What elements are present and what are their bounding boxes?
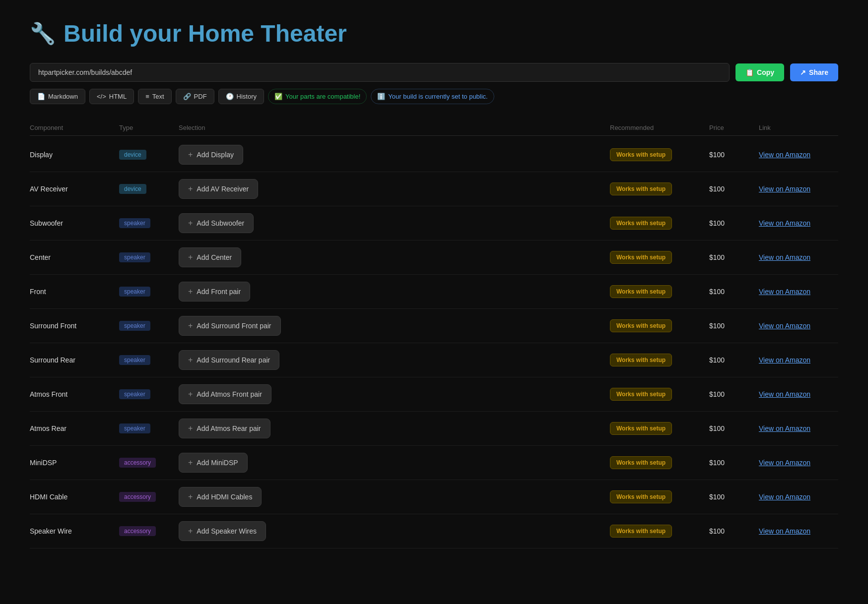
amazon-link-1[interactable]: View on Amazon <box>759 185 810 193</box>
add-minidsp-button[interactable]: + Add MiniDSP <box>179 453 248 473</box>
price-cell-10: $100 <box>709 493 759 501</box>
amazon-link-11[interactable]: View on Amazon <box>759 527 810 535</box>
share-button[interactable]: ↗ Share <box>790 63 838 81</box>
compatibility-status: ✅ Your parts are compatible! <box>268 89 367 104</box>
component-name-4: Front <box>30 288 119 296</box>
link-cell-11: View on Amazon <box>759 527 838 536</box>
price-cell-8: $100 <box>709 424 759 432</box>
table-row: Center speaker + Add Center Works with s… <box>30 241 838 275</box>
price-cell-0: $100 <box>709 151 759 159</box>
selection-cell-2: + Add Subwoofer <box>179 213 610 233</box>
link-cell-8: View on Amazon <box>759 424 838 433</box>
type-badge-0: device <box>119 150 179 160</box>
recommended-badge-7: Works with setup <box>610 388 672 401</box>
recommended-cell-11: Works with setup <box>610 525 709 538</box>
component-name-2: Subwoofer <box>30 219 119 227</box>
table-row: Speaker Wire accessory + Add Speaker Wir… <box>30 514 838 548</box>
copy-icon: 📋 <box>745 68 754 76</box>
components-table: Component Type Selection Recommended Pri… <box>30 120 838 548</box>
add-display-button[interactable]: + Add Display <box>179 145 243 165</box>
recommended-cell-9: Works with setup <box>610 456 709 469</box>
markdown-icon: 📄 <box>37 93 45 100</box>
info-icon: ℹ️ <box>377 93 385 100</box>
col-type: Type <box>119 124 179 131</box>
amazon-link-0[interactable]: View on Amazon <box>759 151 810 159</box>
amazon-link-8[interactable]: View on Amazon <box>759 424 810 432</box>
toolbar-pdf[interactable]: 🔗 PDF <box>176 89 214 104</box>
plus-icon: + <box>188 424 193 433</box>
selection-cell-0: + Add Display <box>179 145 610 165</box>
price-cell-3: $100 <box>709 253 759 261</box>
history-icon: 🕐 <box>226 93 234 100</box>
selection-cell-1: + Add AV Receiver <box>179 179 610 199</box>
type-badge-5: speaker <box>119 321 179 331</box>
add-center-button[interactable]: + Add Center <box>179 247 241 267</box>
add-surround-rear-button[interactable]: + Add Surround Rear pair <box>179 350 279 370</box>
table-row: Surround Rear speaker + Add Surround Rea… <box>30 343 838 377</box>
recommended-badge-9: Works with setup <box>610 456 672 469</box>
recommended-cell-5: Works with setup <box>610 319 709 332</box>
url-bar-row: 📋 Copy ↗ Share <box>30 63 838 82</box>
selection-cell-11: + Add Speaker Wires <box>179 521 610 541</box>
type-badge-4: speaker <box>119 287 179 297</box>
price-cell-1: $100 <box>709 185 759 193</box>
col-price: Price <box>709 124 759 131</box>
type-badge-10: accessory <box>119 492 179 502</box>
toolbar-markdown[interactable]: 📄 Markdown <box>30 89 85 104</box>
wrench-icon: 🔧 <box>30 21 56 46</box>
pdf-icon: 🔗 <box>183 93 191 100</box>
col-selection: Selection <box>179 124 610 131</box>
amazon-link-5[interactable]: View on Amazon <box>759 322 810 330</box>
selection-cell-10: + Add HDMI Cables <box>179 487 610 507</box>
amazon-link-6[interactable]: View on Amazon <box>759 356 810 364</box>
page-header: 🔧 Build your Home Theater <box>30 20 838 47</box>
url-input[interactable] <box>30 63 730 82</box>
add-atmos-rear-button[interactable]: + Add Atmos Rear pair <box>179 419 270 438</box>
component-name-1: AV Receiver <box>30 185 119 193</box>
price-cell-4: $100 <box>709 288 759 296</box>
table-header: Component Type Selection Recommended Pri… <box>30 120 838 136</box>
toolbar-text[interactable]: ≡ Text <box>138 89 171 104</box>
toolbar-html[interactable]: </> HTML <box>89 89 134 104</box>
link-cell-1: View on Amazon <box>759 184 838 193</box>
col-component: Component <box>30 124 119 131</box>
link-cell-7: View on Amazon <box>759 390 838 399</box>
add-hdmi-cable-button[interactable]: + Add HDMI Cables <box>179 487 262 507</box>
amazon-link-7[interactable]: View on Amazon <box>759 390 810 398</box>
table-row: Front speaker + Add Front pair Works wit… <box>30 275 838 309</box>
add-speaker-wire-button[interactable]: + Add Speaker Wires <box>179 521 266 541</box>
type-badge-9: accessory <box>119 458 179 468</box>
plus-icon: + <box>188 458 193 467</box>
selection-cell-5: + Add Surround Front pair <box>179 316 610 336</box>
amazon-link-2[interactable]: View on Amazon <box>759 219 810 227</box>
link-cell-9: View on Amazon <box>759 458 838 467</box>
price-cell-11: $100 <box>709 527 759 535</box>
amazon-link-3[interactable]: View on Amazon <box>759 253 810 261</box>
amazon-link-10[interactable]: View on Amazon <box>759 493 810 501</box>
text-icon: ≡ <box>145 93 149 100</box>
recommended-badge-2: Works with setup <box>610 217 672 230</box>
type-badge-6: speaker <box>119 355 179 365</box>
add-subwoofer-button[interactable]: + Add Subwoofer <box>179 213 254 233</box>
col-link: Link <box>759 124 838 131</box>
add-front-button[interactable]: + Add Front pair <box>179 282 250 302</box>
add-av-receiver-button[interactable]: + Add AV Receiver <box>179 179 258 199</box>
recommended-badge-3: Works with setup <box>610 251 672 264</box>
selection-cell-8: + Add Atmos Rear pair <box>179 419 610 438</box>
plus-icon: + <box>188 527 193 536</box>
recommended-cell-8: Works with setup <box>610 422 709 435</box>
add-surround-front-button[interactable]: + Add Surround Front pair <box>179 316 281 336</box>
add-atmos-front-button[interactable]: + Add Atmos Front pair <box>179 384 271 404</box>
link-cell-3: View on Amazon <box>759 253 838 262</box>
toolbar-history[interactable]: 🕐 History <box>218 89 264 104</box>
component-name-6: Surround Rear <box>30 356 119 364</box>
table-row: Subwoofer speaker + Add Subwoofer Works … <box>30 206 838 241</box>
plus-icon: + <box>188 287 193 296</box>
selection-cell-4: + Add Front pair <box>179 282 610 302</box>
table-row: HDMI Cable accessory + Add HDMI Cables W… <box>30 480 838 514</box>
copy-button[interactable]: 📋 Copy <box>735 63 784 81</box>
component-name-0: Display <box>30 151 119 159</box>
link-cell-10: View on Amazon <box>759 492 838 501</box>
amazon-link-9[interactable]: View on Amazon <box>759 459 810 467</box>
amazon-link-4[interactable]: View on Amazon <box>759 288 810 296</box>
